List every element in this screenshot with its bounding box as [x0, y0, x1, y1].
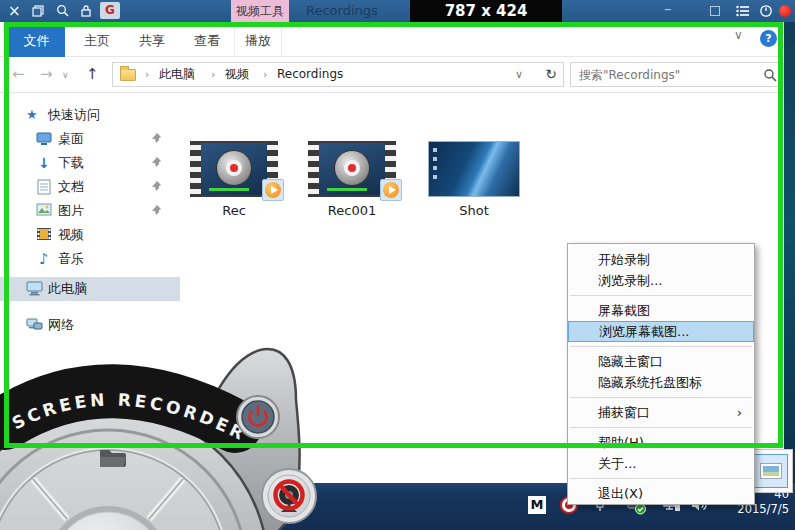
picture-icon — [760, 463, 782, 479]
breadcrumb-videos[interactable]: 视频 — [225, 63, 249, 86]
menu-separator — [570, 346, 752, 347]
music-note-icon: ♪ — [39, 251, 49, 267]
sidebar-item-videos[interactable]: 视频 — [0, 223, 180, 247]
menu-separator — [570, 295, 752, 296]
chevron-right-icon: › — [211, 68, 215, 81]
sidebar-item-label: 图片 — [58, 199, 84, 223]
record-indicator-icon[interactable] — [779, 5, 791, 17]
screen-recorder-skin[interactable]: SCREEN RECORDER — [0, 338, 330, 530]
menu-item-browse-screenshots[interactable]: 浏览屏幕截图... — [568, 321, 754, 342]
chevron-right-icon: › — [263, 68, 267, 81]
tab-play[interactable]: 播放 — [234, 27, 282, 57]
help-icon[interactable]: ? — [760, 30, 777, 47]
sidebar-item-label: 快速访问 — [48, 103, 100, 127]
search-icon[interactable] — [763, 68, 777, 82]
tab-view[interactable]: 查看 — [183, 27, 231, 57]
pin-icon — [151, 133, 162, 144]
picture-icon — [36, 203, 52, 217]
menu-separator — [570, 478, 752, 479]
chevron-right-icon: › — [145, 68, 149, 81]
video-thumbnail — [308, 141, 396, 197]
recorder-context-menu: 开始录制 浏览录制... 屏幕截图 浏览屏幕截图... 隐藏主窗口 隐藏系统托盘… — [567, 243, 755, 505]
pin-icon — [151, 205, 162, 216]
up-icon[interactable]: ↑ — [86, 65, 99, 83]
address-bar: ← → ∨ ↑ › 此电脑 › 视频 › Recordings ∨ ↻ — [0, 57, 784, 93]
file-item-rec[interactable]: Rec — [190, 141, 278, 197]
file-item-shot[interactable]: Shot — [428, 141, 520, 197]
sidebar-item-desktop[interactable]: 桌面 — [0, 127, 180, 151]
search-input[interactable] — [571, 63, 783, 86]
sidebar-item-network[interactable]: 网络 — [0, 313, 180, 337]
document-icon — [37, 179, 51, 195]
magnifier-icon[interactable] — [56, 4, 69, 17]
window-title: Recordings — [306, 0, 378, 22]
breadcrumb-recordings[interactable]: Recordings — [277, 63, 343, 86]
breadcrumb-sep: › — [263, 63, 267, 86]
menu-item-screenshot[interactable]: 屏幕截图 — [568, 300, 754, 321]
maximize-icon[interactable] — [710, 6, 720, 16]
play-badge-icon — [380, 179, 402, 201]
sidebar-item-label: 此电脑 — [48, 277, 87, 301]
lock-icon[interactable] — [80, 4, 92, 17]
menu-item-start-recording[interactable]: 开始录制 — [568, 249, 754, 270]
sidebar-item-label: 视频 — [58, 223, 84, 247]
sidebar-item-this-pc[interactable]: 此电脑 — [0, 277, 180, 301]
pin-icon — [151, 157, 162, 168]
menu-item-browse-recordings[interactable]: 浏览录制... — [568, 270, 754, 291]
recorder-graphic — [334, 150, 370, 186]
forward-icon[interactable]: → — [40, 65, 53, 83]
sidebar-item-label: 音乐 — [58, 247, 84, 271]
breadcrumb-this-pc[interactable]: 此电脑 — [159, 63, 195, 86]
menu-item-exit[interactable]: 退出(X) — [568, 483, 754, 504]
g-button[interactable]: G — [100, 2, 120, 19]
sidebar-item-label: 网络 — [48, 313, 74, 337]
file-name: Rec001 — [294, 203, 410, 218]
tray-m-icon[interactable]: M — [528, 496, 546, 514]
tray-picture-icon[interactable] — [754, 454, 788, 488]
video-frame — [201, 143, 267, 195]
sidebar-item-documents[interactable]: 文档 — [0, 175, 180, 199]
search-box — [570, 62, 784, 87]
restore-icon[interactable] — [32, 5, 44, 17]
folder-icon — [120, 69, 136, 81]
pin-icon — [151, 181, 162, 192]
menu-item-label: 捕获窗口 — [598, 405, 650, 420]
sidebar-item-downloads[interactable]: ↓ 下载 — [0, 151, 180, 175]
sidebar-item-label: 桌面 — [58, 127, 84, 151]
close-region-icon[interactable]: × — [8, 1, 21, 21]
breadcrumb[interactable]: › 此电脑 › 视频 › Recordings ∨ ↻ — [112, 62, 564, 87]
film-strip — [308, 141, 319, 197]
webcam-disabled-button[interactable] — [262, 469, 316, 523]
back-icon[interactable]: ← — [12, 65, 25, 83]
contextual-tab-video-tools[interactable]: 视频工具 — [231, 0, 289, 22]
menu-item-hide-tray-icon[interactable]: 隐藏系统托盘图标 — [568, 372, 754, 393]
video-frame — [319, 143, 385, 195]
capture-size-label: 787 x 424 — [410, 0, 562, 22]
menu-item-about[interactable]: 关于... — [568, 453, 754, 474]
film-strip — [190, 141, 201, 197]
file-item-rec001[interactable]: Rec001 — [308, 141, 396, 197]
sidebar-item-quick-access[interactable]: ★ 快速访问 — [0, 103, 180, 127]
menu-item-help[interactable]: 帮助(H)... — [568, 432, 754, 453]
sidebar-item-pictures[interactable]: 图片 — [0, 199, 180, 223]
tab-home[interactable]: 主页 — [73, 27, 121, 57]
menu-item-hide-main-window[interactable]: 隐藏主窗口 — [568, 351, 754, 372]
screenshot-thumbnail — [428, 141, 520, 197]
menu-item-capture-window[interactable]: 捕获窗口 › — [568, 402, 754, 423]
film-icon — [36, 227, 52, 241]
breadcrumb-sep: › — [145, 63, 149, 86]
list-icon[interactable] — [736, 5, 750, 17]
power-button[interactable] — [237, 396, 279, 438]
minimize-icon[interactable]: – — [664, 0, 672, 18]
sidebar-item-music[interactable]: ♪ 音乐 — [0, 247, 180, 271]
tab-share[interactable]: 共享 — [128, 27, 176, 57]
window-titlebar: × G 视频工具 Recordings 787 x 424 – — [0, 0, 795, 22]
address-dropdown-chevron-icon[interactable]: ∨ — [515, 63, 523, 86]
refresh-icon[interactable]: ↻ — [545, 63, 557, 86]
video-thumbnail — [190, 141, 278, 197]
play-badge-icon — [262, 179, 284, 201]
ribbon-collapse-chevron-icon[interactable]: ∨ — [734, 28, 743, 42]
tab-file[interactable]: 文件 — [8, 27, 65, 57]
timer-icon[interactable] — [759, 4, 773, 18]
recent-locations-chevron-icon[interactable]: ∨ — [62, 70, 69, 80]
